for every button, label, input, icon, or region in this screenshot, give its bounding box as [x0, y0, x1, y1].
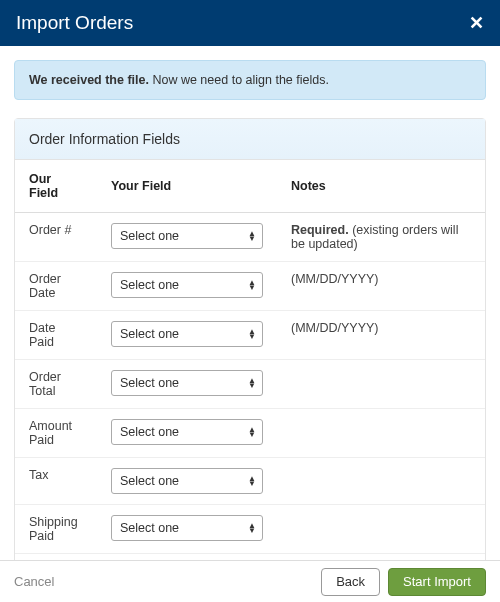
table-row: Order Date Select one ▲▼ (MM/DD/YYYY)	[15, 262, 485, 311]
notes-cell	[277, 360, 485, 409]
modal-title: Import Orders	[16, 12, 133, 34]
notes-cell	[277, 458, 485, 505]
select-placeholder: Select one	[120, 229, 179, 243]
table-row: Date Paid Select one ▲▼ (MM/DD/YYYY)	[15, 311, 485, 360]
our-field-label: Order Total	[15, 360, 97, 409]
fields-table: Our Field Your Field Notes Order # Selec…	[15, 160, 485, 560]
modal-footer: Cancel Back Start Import	[0, 560, 500, 602]
notes-cell: (MM/DD/YYYY)	[277, 311, 485, 360]
start-import-button[interactable]: Start Import	[388, 568, 486, 596]
modal-body: We received the file. Now we need to ali…	[0, 46, 500, 560]
select-placeholder: Select one	[120, 425, 179, 439]
your-field-select[interactable]: Select one ▲▼	[111, 419, 263, 445]
banner-rest: Now we need to align the fields.	[149, 73, 329, 87]
our-field-label: Order #	[15, 213, 97, 262]
our-field-label: Shipping Paid	[15, 505, 97, 554]
our-field-label: Order Date	[15, 262, 97, 311]
info-banner: We received the file. Now we need to ali…	[14, 60, 486, 100]
your-field-select[interactable]: Select one ▲▼	[111, 515, 263, 541]
header-our-field: Our Field	[15, 160, 97, 213]
back-button[interactable]: Back	[321, 568, 380, 596]
your-field-select[interactable]: Select one ▲▼	[111, 468, 263, 494]
our-field-label: Amount Paid	[15, 409, 97, 458]
notes-cell: (MM/DD/YYYY)	[277, 262, 485, 311]
table-row: Shipping Paid Select one ▲▼	[15, 505, 485, 554]
your-field-select[interactable]: Select one ▲▼	[111, 223, 263, 249]
notes-bold: Required.	[291, 223, 349, 237]
modal-header: Import Orders ✕	[0, 0, 500, 46]
our-field-label: Date Paid	[15, 311, 97, 360]
your-field-select[interactable]: Select one ▲▼	[111, 370, 263, 396]
header-notes: Notes	[277, 160, 485, 213]
table-row: Order Total Select one ▲▼	[15, 360, 485, 409]
notes-rest: (MM/DD/YYYY)	[291, 321, 379, 335]
notes-cell: Required. (existing orders will be updat…	[277, 213, 485, 262]
your-field-select[interactable]: Select one ▲▼	[111, 272, 263, 298]
order-info-panel: Order Information Fields Our Field Your …	[14, 118, 486, 560]
select-placeholder: Select one	[120, 376, 179, 390]
our-field-label: Tax	[15, 458, 97, 505]
chevron-updown-icon: ▲▼	[248, 476, 256, 486]
notes-cell	[277, 409, 485, 458]
header-your-field: Your Field	[97, 160, 277, 213]
table-row: Amount Paid Select one ▲▼	[15, 409, 485, 458]
panel-title: Order Information Fields	[15, 119, 485, 160]
your-field-select[interactable]: Select one ▲▼	[111, 321, 263, 347]
chevron-updown-icon: ▲▼	[248, 427, 256, 437]
chevron-updown-icon: ▲▼	[248, 329, 256, 339]
notes-cell	[277, 505, 485, 554]
select-placeholder: Select one	[120, 474, 179, 488]
select-placeholder: Select one	[120, 327, 179, 341]
chevron-updown-icon: ▲▼	[248, 231, 256, 241]
chevron-updown-icon: ▲▼	[248, 523, 256, 533]
table-row: Tax Select one ▲▼	[15, 458, 485, 505]
select-placeholder: Select one	[120, 521, 179, 535]
notes-rest: (MM/DD/YYYY)	[291, 272, 379, 286]
close-icon[interactable]: ✕	[469, 12, 484, 34]
banner-bold: We received the file.	[29, 73, 149, 87]
table-row: Order # Select one ▲▼ Required. (existin…	[15, 213, 485, 262]
chevron-updown-icon: ▲▼	[248, 378, 256, 388]
cancel-button[interactable]: Cancel	[14, 574, 54, 589]
chevron-updown-icon: ▲▼	[248, 280, 256, 290]
select-placeholder: Select one	[120, 278, 179, 292]
